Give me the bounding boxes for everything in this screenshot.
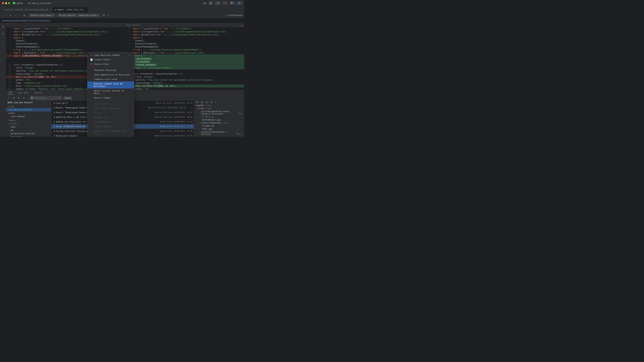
code-line: 4import { (125, 36, 244, 39)
folder-name-guide: guide (197, 104, 203, 107)
branch-rust-channel[interactable]: rust-channel (6, 115, 51, 118)
file-tree-site[interactable]: ▾ site 5 files (194, 107, 244, 110)
tab-git[interactable]: Git (8, 91, 14, 95)
commit-search-input[interactable] (34, 97, 58, 99)
tab-icon-commit: ● (55, 9, 56, 11)
refresh-button[interactable]: ↺ (210, 101, 213, 104)
ctx-create-patch[interactable]: 📄 Create Patch... (88, 57, 134, 62)
help-button[interactable]: ? (106, 14, 110, 17)
file-name-author-index: index.md (204, 125, 214, 127)
run-button[interactable]: ▶ (209, 1, 213, 5)
remote-label: Remote (9, 119, 16, 121)
edit-button[interactable]: ✏ (9, 14, 12, 17)
remote-g3[interactable]: g3 (6, 129, 51, 132)
tab-log-main[interactable]: Log: main (16, 91, 30, 94)
close-panel-button[interactable]: × (214, 101, 217, 104)
remote-mb-headers-label: mb-headers (11, 136, 23, 137)
code-line: 3import HeroSection from "../../_include… (125, 33, 244, 36)
search-button[interactable]: 🔍 (230, 1, 235, 5)
branch-filter-button[interactable]: Branch (63, 96, 72, 99)
nav-down-button[interactable]: ↓ (5, 14, 8, 17)
close-button[interactable] (2, 2, 4, 4)
tools-button[interactable]: 🔧 (215, 1, 220, 5)
ctx-show-repo[interactable]: Show Repository at Revision (88, 72, 134, 77)
remote-main-label: main (11, 126, 16, 128)
ctx-cherry-pick-label: Cherry-Pick (94, 63, 108, 65)
remote-mb-headers[interactable]: mb-headers (6, 135, 51, 137)
ignore-dropdown[interactable]: Do not ignore ▾ (58, 14, 77, 17)
file-tree-pytest[interactable]: ▾ pytest/links/pytest-v-unittest 2 files (194, 130, 244, 136)
folder-icon: ▾ (200, 111, 200, 114)
commit-author: Maarten Balliauw (150, 135, 172, 137)
diff-right-title: Your version (126, 24, 140, 26)
branch-name: hs_new_ai_assistant (28, 2, 51, 4)
tab-commit[interactable]: ● Commit: index.11ty.tsx × (53, 7, 88, 12)
update-button[interactable]: ↻ (22, 96, 26, 99)
collapse-all-button[interactable]: ⊟ (200, 101, 204, 104)
code-line: 3import HeroSection from "../../_include… (6, 33, 125, 36)
file-tree-authors[interactable]: ▾ authors/mahataqi 2 files (194, 121, 244, 124)
diff-count: 4 differences (227, 14, 243, 16)
titlebar: G guide › hs_new_ai_assistant dev ▶ 🔧 ⋮ … (0, 0, 244, 6)
file-tree-mt-jpg[interactable]: 🖼 mt.jpg (194, 127, 244, 130)
code-line: 8} from "../../_includes/resources/chann… (6, 48, 125, 51)
expand-all-button[interactable]: ⊞ (196, 101, 199, 104)
nav-back-button[interactable]: ↑ (1, 14, 4, 17)
branch-icon-active: ⊙ (8, 109, 9, 111)
file-tree-ai-links[interactable]: ▾ ai/links/generate-tests-using-ai-assis… (194, 110, 244, 115)
show-diff-button[interactable]: ⊕ (205, 101, 208, 104)
branch-main[interactable]: ★ main (6, 111, 51, 115)
tab-console[interactable]: Console (33, 91, 44, 94)
ignore-label: Do not ignore (59, 14, 74, 16)
origin-header[interactable]: ▾ origin (6, 122, 51, 125)
tab-extract-method[interactable]: M extract-method-refactoring/index.md × (1, 7, 53, 12)
ctx-revert[interactable]: Revert Commit (88, 95, 134, 100)
remote-main[interactable]: main (6, 125, 51, 129)
next-diff-button[interactable]: → (18, 14, 22, 17)
view-options-button[interactable]: ⊞ (22, 14, 26, 17)
remote-boostore[interactable]: go-boostore-tutorial (6, 132, 51, 135)
ai-icon: ✦ (90, 84, 92, 86)
settings-button[interactable]: ⚙ (102, 14, 106, 17)
folder-name-site: site (198, 107, 204, 110)
search-icon: 🔍 (31, 97, 34, 99)
local-header[interactable]: ▾ Local (6, 105, 51, 108)
fetch-button[interactable]: ⬇ (12, 96, 16, 99)
account-button[interactable]: 👤 (237, 1, 242, 5)
file-tree-thumbnail[interactable]: 🖼 thumbnail.png (194, 118, 244, 121)
file-tree-author-index[interactable]: M index.md (194, 124, 244, 127)
file-count-authors: 2 files (221, 122, 228, 124)
add-branch-button[interactable]: + (8, 96, 10, 99)
file-tree-index-md[interactable]: M index.md (194, 115, 244, 118)
minimize-button[interactable] (5, 2, 7, 4)
ctx-checkout[interactable]: Checkout Revision (88, 68, 134, 72)
highlight-dropdown[interactable]: Highlight words ▾ (78, 14, 99, 17)
ctx-copy-revision[interactable]: ⊕ Copy Revision Number ⌥⌘C (88, 53, 134, 57)
tab-close-1[interactable]: × (50, 9, 51, 11)
ctx-explain-ai[interactable]: ✦ Explain Commit with AI Assistant (88, 81, 134, 88)
diff-left-header (6, 23, 125, 27)
prev-diff-button[interactable]: ← (13, 14, 17, 17)
sidebar-git-icon[interactable]: ⑆ (1, 24, 5, 29)
commit-dot-icon (54, 121, 55, 122)
branch-hs-new-ai[interactable]: ⊙ hs_new_ai_assistant (6, 108, 51, 111)
sidebar-explorer-icon[interactable]: ⊞ (1, 31, 5, 36)
maximize-button[interactable] (8, 2, 10, 4)
ctx-cherry-pick[interactable]: 🍒 Cherry-Pick (88, 62, 134, 66)
ctx-compare-local[interactable]: Compare with Local (88, 77, 134, 81)
right-panel-toolbar: ⊞ ⊟ ⊕ ↺ × (194, 101, 244, 104)
push-button[interactable]: ⬆ (17, 96, 21, 99)
code-line-added: 14} from "../../src/resourceType"; (125, 66, 244, 69)
ctx-reset-branch[interactable]: Reset Current Branch to Here... (88, 88, 134, 95)
diff-right-header: Your version ⚠ (125, 23, 244, 27)
ctx-interactive-rebase-label: Interactively Rebase from Here... (94, 130, 131, 135)
more-button[interactable]: ⋮ (222, 1, 228, 5)
branch-name-rust: rust-channel (11, 115, 25, 118)
sidebar-more-icon[interactable]: ⋯ (1, 38, 5, 42)
commit-date: 18/03/2024, 08:56 (166, 107, 186, 109)
view-mode-dropdown[interactable]: Side-by-side viewer ▾ (29, 14, 55, 17)
search-bar[interactable]: 🔍 Cc (30, 96, 62, 100)
remote-header[interactable]: ▾ Remote (6, 119, 51, 122)
tab-close-2[interactable]: × (85, 9, 86, 11)
file-tree-guide[interactable]: ▾ guide 6 files (194, 104, 244, 107)
